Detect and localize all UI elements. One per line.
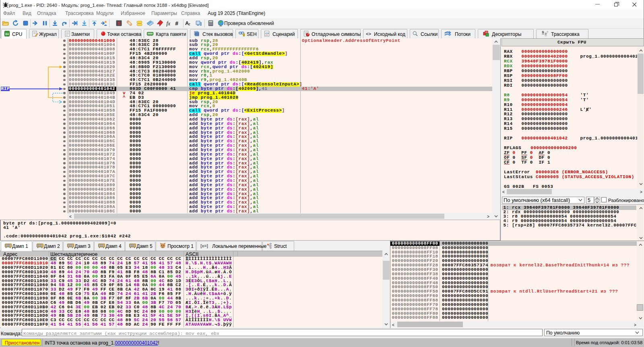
svg-text:<>: <>: [265, 32, 268, 35]
svg-text:fx: fx: [166, 21, 171, 27]
svg-text:?: ?: [547, 31, 548, 33]
svg-text:S: S: [118, 21, 121, 26]
svg-text:#: #: [175, 20, 178, 27]
svg-text:<>: <>: [366, 32, 372, 37]
svg-text:z: z: [189, 22, 190, 26]
svg-text:!: !: [244, 34, 244, 36]
svg-text:64: 64: [5, 32, 9, 36]
